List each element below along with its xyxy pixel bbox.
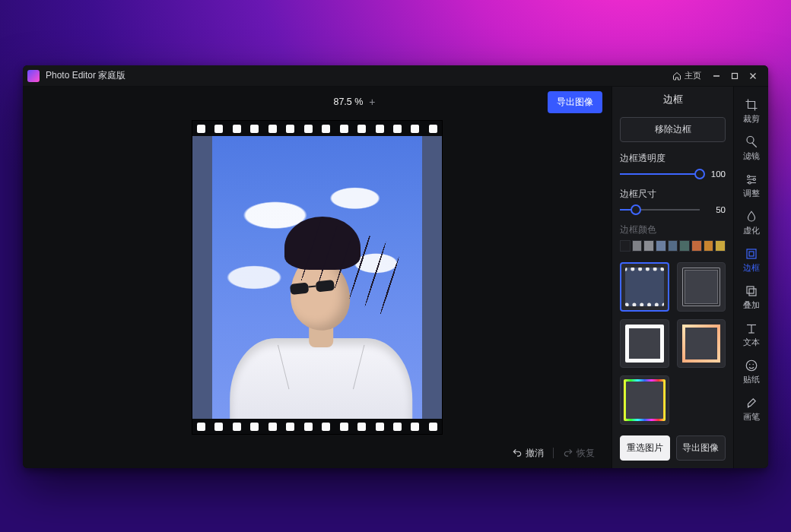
color-swatch[interactable] <box>620 240 631 252</box>
color-swatch[interactable] <box>704 240 714 252</box>
svg-rect-14 <box>749 252 754 256</box>
home-icon <box>672 71 681 81</box>
color-swatch[interactable] <box>691 240 702 252</box>
undo-icon <box>512 448 523 458</box>
frame-preset-thick[interactable] <box>620 319 669 369</box>
crop-icon <box>745 98 758 112</box>
color-swatch[interactable] <box>715 240 726 252</box>
tool-blur[interactable]: 虚化 <box>736 206 767 239</box>
tool-label: 虚化 <box>743 226 760 236</box>
opacity-value: 100 <box>706 169 726 179</box>
app-icon <box>27 70 40 82</box>
tool-text[interactable]: 文本 <box>736 318 767 350</box>
canvas-top-strip: 87.5 % + 导出图像 <box>23 87 612 117</box>
frame-presets <box>620 262 726 428</box>
reselect-image-button[interactable]: 重选图片 <box>620 435 670 461</box>
app-title: Photo Editor 家庭版 <box>46 69 125 82</box>
size-value: 50 <box>706 205 726 214</box>
frame-preset-warm[interactable] <box>677 319 726 369</box>
svg-point-18 <box>749 364 751 366</box>
overlay-icon <box>745 284 758 298</box>
app-window: Photo Editor 家庭版 主页 87.5 % + 导出图像 <box>23 65 768 468</box>
tool-label: 调整 <box>743 188 760 199</box>
options-panel: 边框 移除边框 边框透明度 100 边框尺寸 <box>612 87 733 468</box>
svg-point-5 <box>753 179 755 181</box>
tool-label: 边框 <box>743 263 760 274</box>
redo-label: 恢复 <box>577 447 595 460</box>
canvas-viewport[interactable] <box>23 117 612 438</box>
film-sprockets-top <box>192 121 442 136</box>
canvas-footer: 撤消 恢复 <box>23 438 612 468</box>
color-label: 边框颜色 <box>620 224 726 236</box>
options-title: 边框 <box>620 93 726 106</box>
home-button[interactable]: 主页 <box>672 70 701 81</box>
svg-point-6 <box>748 182 751 184</box>
film-margin-right <box>422 136 442 419</box>
blur-icon <box>745 210 758 223</box>
color-swatch[interactable] <box>632 240 643 252</box>
svg-point-17 <box>746 360 757 371</box>
color-swatches <box>620 240 726 252</box>
opacity-label: 边框透明度 <box>620 153 726 164</box>
frame-preset-rainbow[interactable] <box>620 375 669 425</box>
minimize-icon <box>713 72 720 80</box>
opacity-slider[interactable] <box>620 169 700 179</box>
home-label: 主页 <box>685 70 701 81</box>
window-close-button[interactable] <box>744 68 762 84</box>
opacity-control: 边框透明度 100 <box>620 153 726 179</box>
svg-rect-15 <box>747 287 754 293</box>
frame-preset-film[interactable] <box>620 262 669 312</box>
zoom-indicator[interactable]: 87.5 % + <box>333 96 375 108</box>
close-icon <box>749 72 757 80</box>
tool-label: 贴纸 <box>743 375 760 385</box>
film-sprockets-bottom <box>192 419 442 434</box>
frame-icon <box>745 247 758 261</box>
adjust-icon <box>745 173 758 186</box>
tool-sticker[interactable]: 贴纸 <box>736 355 767 388</box>
svg-rect-13 <box>747 249 756 258</box>
tool-label: 叠加 <box>743 300 760 311</box>
export-button-top[interactable]: 导出图像 <box>548 91 602 113</box>
redo-button[interactable]: 恢复 <box>558 444 599 463</box>
tool-frame[interactable]: 边框 <box>736 243 767 276</box>
tool-adjust[interactable]: 调整 <box>736 169 767 201</box>
tool-overlay[interactable]: 叠加 <box>736 280 767 313</box>
maximize-icon <box>731 72 739 80</box>
color-swatch[interactable] <box>643 240 654 252</box>
zoom-label: 87.5 % <box>333 97 363 107</box>
zoom-plus-icon[interactable]: + <box>369 96 375 108</box>
svg-point-4 <box>747 176 749 178</box>
size-slider[interactable] <box>620 204 700 215</box>
tool-crop[interactable]: 裁剪 <box>736 94 767 127</box>
size-control: 边框尺寸 50 <box>620 188 726 215</box>
color-swatch[interactable] <box>656 240 666 252</box>
tool-brush[interactable]: 画笔 <box>736 392 767 425</box>
size-label: 边框尺寸 <box>620 188 726 200</box>
tool-label: 画笔 <box>743 412 760 423</box>
window-minimize-button[interactable] <box>707 68 726 84</box>
window-maximize-button[interactable] <box>726 68 744 84</box>
redo-icon <box>563 448 573 458</box>
color-swatch[interactable] <box>668 240 678 252</box>
sticker-icon <box>745 359 758 372</box>
canvas-area: 87.5 % + 导出图像 <box>23 87 612 468</box>
tool-rail: 裁剪滤镜调整虚化边框叠加文本贴纸画笔 <box>733 87 768 468</box>
tool-label: 文本 <box>743 337 760 348</box>
image-with-frame[interactable] <box>192 120 443 435</box>
remove-frame-button[interactable]: 移除边框 <box>620 117 726 142</box>
export-button-bottom[interactable]: 导出图像 <box>676 435 726 461</box>
undo-label: 撤消 <box>526 447 544 460</box>
tool-filters[interactable]: 滤镜 <box>736 131 767 164</box>
svg-rect-16 <box>749 289 756 296</box>
options-footer: 重选图片 导出图像 <box>620 428 726 461</box>
divider <box>553 448 554 458</box>
tool-label: 裁剪 <box>743 114 760 125</box>
color-swatch[interactable] <box>679 240 690 252</box>
undo-button[interactable]: 撤消 <box>507 444 548 463</box>
frame-preset-thin[interactable] <box>677 262 726 312</box>
film-margin-left <box>192 136 212 419</box>
brush-icon <box>745 396 758 410</box>
text-icon <box>745 321 758 335</box>
svg-point-19 <box>752 364 754 366</box>
tool-label: 滤镜 <box>743 151 760 162</box>
